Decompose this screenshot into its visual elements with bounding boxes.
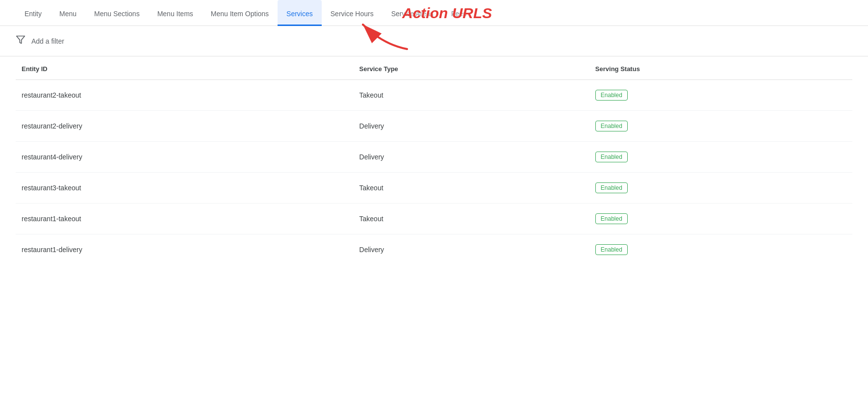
cell-service-type: Delivery	[354, 234, 589, 265]
tab-menu-items[interactable]: Menu Items	[149, 0, 202, 26]
table-row: restaurant1-deliveryDeliveryEnabled	[16, 234, 852, 265]
tab-service-hours[interactable]: Service Hours	[322, 0, 383, 26]
tab-menu-sections[interactable]: Menu Sections	[85, 0, 149, 26]
cell-serving-status: Enabled	[589, 204, 852, 234]
filter-bar: Add a filter	[0, 26, 868, 56]
status-badge: Enabled	[595, 121, 628, 131]
cell-service-type: Takeout	[354, 173, 589, 204]
col-header-entity-id: Entity ID	[16, 56, 354, 80]
cell-service-type: Takeout	[354, 204, 589, 234]
table-container: Entity ID Service Type Serving Status re…	[0, 56, 868, 265]
tab-entity[interactable]: Entity	[16, 0, 51, 26]
cell-entity-id: restaurant1-delivery	[16, 234, 354, 265]
table-header-row: Entity ID Service Type Serving Status	[16, 56, 852, 80]
cell-entity-id: restaurant4-delivery	[16, 142, 354, 173]
svg-marker-1	[17, 36, 25, 44]
col-header-serving-status: Serving Status	[589, 56, 852, 80]
cell-serving-status: Enabled	[589, 173, 852, 204]
status-badge: Enabled	[595, 152, 628, 162]
cell-service-type: Takeout	[354, 80, 589, 111]
cell-entity-id: restaurant1-takeout	[16, 204, 354, 234]
filter-icon	[16, 35, 26, 47]
col-header-service-type: Service Type	[354, 56, 589, 80]
services-table: Entity ID Service Type Serving Status re…	[16, 56, 852, 265]
status-badge: Enabled	[595, 213, 628, 224]
status-badge: Enabled	[595, 244, 628, 255]
cell-serving-status: Enabled	[589, 111, 852, 142]
tab-services[interactable]: Services	[278, 0, 322, 26]
nav-tabs: Entity Menu Menu Sections Menu Items Men…	[0, 0, 868, 26]
table-row: restaurant4-deliveryDeliveryEnabled	[16, 142, 852, 173]
cell-entity-id: restaurant2-takeout	[16, 80, 354, 111]
table-row: restaurant2-deliveryDeliveryEnabled	[16, 111, 852, 142]
cell-serving-status: Enabled	[589, 80, 852, 111]
tab-service-areas[interactable]: Service Areas	[383, 0, 442, 26]
tab-menu-item-options[interactable]: Menu Item Options	[202, 0, 278, 26]
status-badge: Enabled	[595, 182, 628, 193]
filter-placeholder[interactable]: Add a filter	[31, 37, 64, 45]
cell-entity-id: restaurant3-takeout	[16, 173, 354, 204]
cell-serving-status: Enabled	[589, 142, 852, 173]
table-row: restaurant1-takeoutTakeoutEnabled	[16, 204, 852, 234]
tab-menu[interactable]: Menu	[51, 0, 85, 26]
table-row: restaurant2-takeoutTakeoutEnabled	[16, 80, 852, 111]
cell-serving-status: Enabled	[589, 234, 852, 265]
cell-service-type: Delivery	[354, 111, 589, 142]
table-row: restaurant3-takeoutTakeoutEnabled	[16, 173, 852, 204]
cell-service-type: Delivery	[354, 142, 589, 173]
status-badge: Enabled	[595, 90, 628, 101]
cell-entity-id: restaurant2-delivery	[16, 111, 354, 142]
tab-fees[interactable]: Fees	[442, 0, 475, 26]
